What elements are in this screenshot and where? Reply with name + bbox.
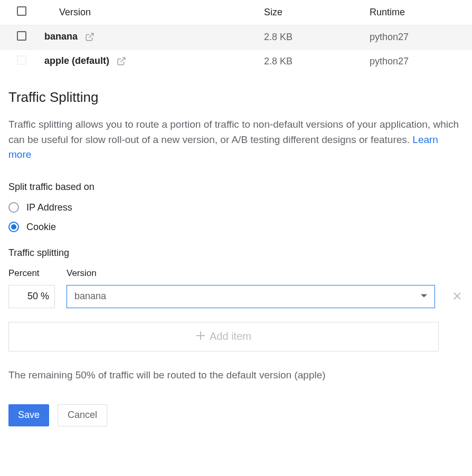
radio-label: Cookie <box>26 222 56 233</box>
plus-icon <box>196 330 205 344</box>
chevron-down-icon <box>421 291 427 302</box>
split-row: banana <box>8 285 464 308</box>
table-row[interactable]: apple (default) 2.8 KB python27 <box>0 50 472 74</box>
table-header: Version Size Runtime <box>0 0 472 25</box>
radio-cookie[interactable]: Cookie <box>8 222 464 233</box>
external-link-icon[interactable] <box>117 56 126 66</box>
split-basis-heading: Split traffic based on <box>8 182 464 193</box>
save-button[interactable]: Save <box>8 404 49 426</box>
row-runtime: python27 <box>370 50 472 74</box>
svg-line-0 <box>89 33 93 37</box>
radio-label: IP Address <box>26 202 72 213</box>
versions-table: Version Size Runtime banana 2.8 KB p <box>0 0 472 73</box>
remaining-traffic-text: The remaining 50% of traffic will be rou… <box>8 369 464 381</box>
add-item-button[interactable]: Add item <box>8 322 439 351</box>
row-checkbox[interactable] <box>17 31 26 41</box>
col-version-label: Version <box>67 268 97 279</box>
version-name: apple (default) <box>44 55 109 66</box>
add-item-label: Add item <box>210 330 251 342</box>
cancel-button[interactable]: Cancel <box>58 404 107 426</box>
external-link-icon[interactable] <box>85 32 95 42</box>
header-version: Version <box>36 0 264 25</box>
row-checkbox[interactable] <box>17 55 26 65</box>
row-runtime: python27 <box>370 25 472 50</box>
remove-row-icon[interactable] <box>451 290 464 303</box>
version-select[interactable]: banana <box>67 285 435 308</box>
button-row: Save Cancel <box>8 404 464 426</box>
version-select-value: banana <box>74 291 106 302</box>
radio-icon <box>8 222 19 232</box>
traffic-splitting-heading: Traffic splitting <box>8 247 464 259</box>
version-name: banana <box>44 31 78 42</box>
percent-input[interactable] <box>8 285 55 308</box>
split-column-headers: Percent Version <box>8 268 464 279</box>
row-size: 2.8 KB <box>264 25 370 50</box>
select-all-checkbox[interactable] <box>17 6 26 16</box>
radio-icon <box>8 202 19 213</box>
header-size: Size <box>264 0 370 25</box>
col-percent-label: Percent <box>8 268 55 279</box>
section-description: Traffic splitting allows you to route a … <box>8 117 464 163</box>
split-basis-radio-group: IP Address Cookie <box>8 202 464 233</box>
row-size: 2.8 KB <box>264 50 370 74</box>
radio-ip-address[interactable]: IP Address <box>8 202 464 213</box>
svg-line-1 <box>121 58 125 62</box>
section-title: Traffic Splitting <box>8 89 464 106</box>
table-row[interactable]: banana 2.8 KB python27 <box>0 25 472 50</box>
header-runtime: Runtime <box>370 0 472 25</box>
